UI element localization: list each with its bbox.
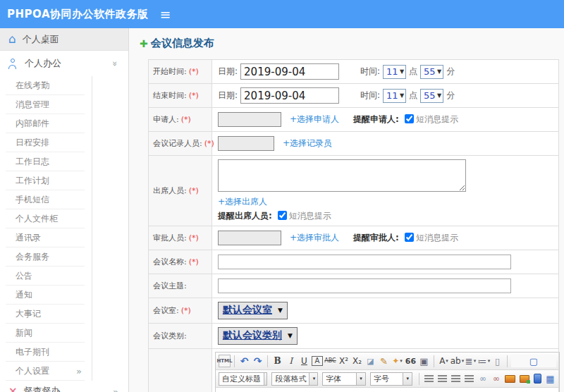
editor-content-area[interactable] (216, 388, 559, 392)
dropdown-arrow-icon: ▾ (309, 372, 318, 386)
sidebar-item-e-journal[interactable]: 电子期刊 (6, 343, 85, 362)
sidebar-item-personal-file-cabinet[interactable]: 个人文件柜 (6, 209, 85, 228)
font-size-dropdown[interactable]: 字号▾ (370, 372, 412, 386)
meeting-subject-input[interactable] (218, 278, 511, 293)
sidebar-item-meeting-service[interactable]: 会务服务 (6, 247, 85, 267)
font-color-button[interactable]: A▾ (438, 355, 450, 367)
toolbar-separator (507, 355, 508, 367)
insert-table-icon[interactable]: ▦ (544, 372, 556, 385)
chevron-right-icon: » (76, 367, 85, 376)
strikethrough-button[interactable]: ABC (324, 355, 336, 367)
sidebar-item-sms[interactable]: 手机短信 (6, 190, 85, 209)
paste-icon[interactable]: ▣ (418, 355, 430, 367)
start-minute-select[interactable]: 55▼ (420, 65, 443, 79)
approver-row: 审批人员:(*) +选择审批人提醒审批人:短消息提示 (149, 226, 559, 250)
meeting-room-select[interactable]: 默认会议室▼ (218, 302, 288, 319)
blockquote-button[interactable]: 66 (405, 355, 417, 367)
unordered-list-button[interactable]: ≔▾ (478, 355, 490, 367)
sidebar-item-notice[interactable]: 通知 (6, 286, 85, 305)
choose-attendees-link[interactable]: +选择出席人 (218, 197, 267, 207)
select-arrow-icon: ▼ (437, 68, 441, 75)
app-title: PHPOA协同办公软件政务版 (7, 8, 149, 21)
sidebar-item-personal-office[interactable]: 个人办公 » (0, 51, 128, 76)
remove-format-icon[interactable]: ◪ (364, 355, 376, 367)
choose-applicant-link[interactable]: +选择申请人 (290, 114, 339, 124)
sidebar-item-message-management[interactable]: 消息管理 (6, 95, 85, 114)
field-label: 结束时间:(*) (149, 84, 212, 108)
ordered-list-button[interactable]: ≣▾ (465, 355, 477, 367)
applicant-input[interactable] (218, 112, 281, 127)
underline-button[interactable]: U (298, 355, 310, 367)
align-justify-icon[interactable] (465, 375, 474, 382)
required-mark: (*) (189, 67, 199, 76)
sidebar-item-work-plan[interactable]: 工作计划 (6, 171, 85, 190)
sidebar-item-address-book[interactable]: 通讯录 (6, 228, 85, 247)
subscript-button[interactable]: X₂ (351, 355, 363, 367)
sidebar-item-online-attendance[interactable]: 在线考勤 (6, 76, 85, 95)
font-style-button[interactable]: A (312, 356, 323, 366)
end-hour-select[interactable]: 11▼ (383, 89, 406, 103)
sidebar-item-label: 个人桌面 (23, 33, 59, 46)
redo-icon[interactable]: ↷ (252, 355, 264, 367)
insert-link-icon[interactable]: ∞ (477, 372, 489, 385)
field-label: 会议室:(*) (149, 298, 212, 324)
sidebar-item-personal-desktop[interactable]: ⌂ 个人桌面 (0, 28, 128, 51)
time-label: 时间: (360, 90, 380, 100)
sidebar: ⌂ 个人桌面 个人办公 » 在线考勤 消息管理 内部邮件 日程安排 工作日志 工… (0, 28, 129, 392)
paragraph-format-dropdown[interactable]: 段落格式▾ (271, 372, 318, 386)
end-minute-select[interactable]: 55▼ (420, 89, 443, 103)
attendees-sms-checkbox[interactable] (278, 211, 287, 220)
remove-link-icon[interactable]: ∞ (490, 372, 502, 385)
sidebar-item-supervision[interactable]: × 督查督办 » (0, 381, 128, 392)
insert-media-icon[interactable] (534, 374, 541, 384)
start-hour-select[interactable]: 11▼ (383, 65, 406, 79)
align-right-icon[interactable] (451, 375, 460, 382)
attendees-row: 出席人员:(*) +选择出席人 提醒出席人员:短消息提示 (149, 156, 559, 226)
format-wand-icon[interactable]: ✦▾ (391, 355, 403, 367)
undo-icon[interactable]: ↶ (238, 355, 250, 367)
attendees-textarea[interactable] (218, 159, 466, 192)
font-family-dropdown[interactable]: 字体▾ (322, 372, 366, 386)
align-center-icon[interactable] (438, 375, 447, 382)
required-mark: (*) (189, 233, 199, 243)
sidebar-item-major-events[interactable]: 大事记 (6, 305, 85, 324)
minute-unit: 分 (446, 66, 455, 76)
html-source-button[interactable]: HTML (219, 355, 231, 367)
align-left-icon[interactable] (424, 375, 434, 382)
sidebar-item-announcement[interactable]: 公告 (6, 267, 85, 286)
upload-image-icon[interactable] (520, 375, 529, 383)
recorder-input[interactable] (218, 136, 274, 151)
sidebar-item-schedule[interactable]: 日程安排 (6, 133, 85, 152)
italic-button[interactable]: I (285, 355, 297, 367)
choose-recorder-link[interactable]: +选择记录员 (283, 138, 332, 148)
meeting-category-row: 会议类别: 默认会议类别▼ (149, 324, 559, 349)
fullscreen-icon[interactable]: ▢ (511, 355, 556, 367)
meeting-name-input[interactable] (218, 255, 511, 269)
meeting-category-select[interactable]: 默认会议类别▼ (218, 327, 298, 345)
end-date-input[interactable] (240, 87, 339, 104)
time-label: 时间: (360, 66, 380, 76)
sidebar-item-personal-settings[interactable]: 个人设置 » (6, 362, 85, 381)
toolbar-separator (267, 355, 268, 367)
sidebar-item-work-log[interactable]: 工作日志 (6, 152, 85, 171)
bold-button[interactable]: B (271, 355, 283, 367)
chevron-down-icon: » (111, 61, 121, 66)
insert-image-icon[interactable] (505, 375, 515, 383)
page-title: ✚ 会议信息发布 (140, 37, 564, 50)
superscript-button[interactable]: X² (338, 355, 350, 367)
format-brush-icon[interactable]: ✎ (378, 355, 390, 367)
highlight-color-button[interactable]: ab▾ (451, 355, 463, 367)
sidebar-item-news[interactable]: 新闻 (6, 324, 85, 343)
applicant-sms-checkbox[interactable] (405, 114, 414, 123)
minute-unit: 分 (446, 90, 455, 100)
approver-input[interactable] (218, 231, 281, 245)
start-date-input[interactable] (240, 63, 339, 80)
sidebar-item-internal-mail[interactable]: 内部邮件 (6, 114, 85, 133)
topbar: PHPOA协同办公软件政务版 ≡ (0, 0, 564, 28)
custom-title-dropdown[interactable]: 自定义标题▾ (219, 372, 267, 386)
choose-approver-link[interactable]: +选择审批人 (290, 233, 339, 243)
approver-sms-checkbox[interactable] (405, 233, 414, 242)
editor-toolbar-row1: HTML ↶ ↷ B I U A ABC X² (216, 353, 559, 370)
hamburger-menu-icon[interactable]: ≡ (160, 8, 171, 21)
new-page-icon[interactable]: ▯ (491, 355, 503, 367)
